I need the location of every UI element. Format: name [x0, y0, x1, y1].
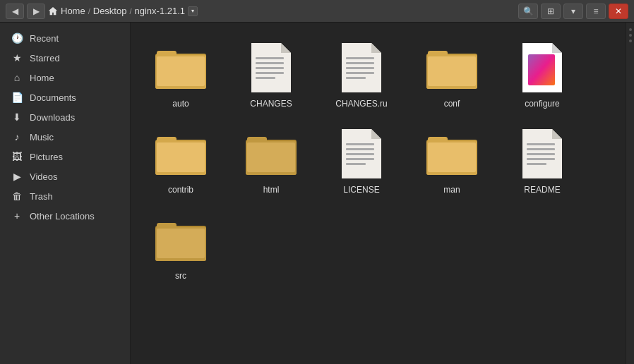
- sidebar-item-documents[interactable]: 📄 Documents: [0, 87, 130, 107]
- downloads-icon: ⬇: [11, 111, 23, 123]
- file-name-readme: README: [524, 185, 560, 195]
- file-grid: auto CHANGES: [142, 34, 614, 286]
- breadcrumb-desktop-label: Desktop: [93, 6, 127, 16]
- svg-rect-38: [346, 158, 374, 160]
- svg-rect-39: [346, 163, 366, 165]
- file-item-conf[interactable]: conf: [413, 34, 491, 114]
- pictures-icon: 🖼: [11, 151, 23, 162]
- file-item-configure[interactable]: configure: [503, 34, 581, 114]
- view-grid-icon: ⊞: [547, 6, 554, 16]
- doc-icon-readme: [522, 129, 562, 178]
- search-icon: 🔍: [523, 6, 534, 16]
- breadcrumb-desktop[interactable]: Desktop: [93, 6, 127, 16]
- right-panel: [626, 23, 634, 364]
- script-icon-configure: [522, 43, 562, 92]
- back-button[interactable]: ◀: [6, 4, 24, 19]
- svg-rect-24: [528, 54, 555, 85]
- right-panel-dot-3: [629, 40, 632, 42]
- file-name-contrib: contrib: [168, 185, 193, 195]
- file-icon-conf: [424, 40, 480, 96]
- view-dropdown-button[interactable]: ▾: [563, 4, 583, 19]
- breadcrumb-nginx[interactable]: nginx-1.21.1 ▾: [135, 6, 198, 16]
- breadcrumb-sep-1: /: [88, 7, 90, 16]
- file-icon-contrib: [152, 126, 209, 182]
- sidebar-label-documents: Documents: [30, 92, 76, 103]
- svg-rect-9: [256, 72, 284, 74]
- svg-rect-35: [346, 143, 374, 145]
- right-panel-dot-1: [629, 28, 632, 31]
- sidebar-item-videos[interactable]: ▶ Videos: [0, 166, 130, 186]
- sidebar: 🕐 Recent ★ Starred ⌂ Home 📄 Documents ⬇ …: [0, 23, 131, 364]
- svg-marker-34: [371, 129, 381, 139]
- file-item-man[interactable]: man: [413, 120, 491, 200]
- main-layout: 🕐 Recent ★ Starred ⌂ Home 📄 Documents ⬇ …: [0, 23, 634, 364]
- doc-icon-changes: [251, 43, 291, 92]
- breadcrumb-home[interactable]: Home: [48, 6, 85, 16]
- svg-rect-50: [527, 163, 546, 165]
- file-icon-auto: [152, 40, 209, 96]
- file-icon-man: [424, 126, 480, 182]
- close-icon: ✕: [615, 6, 622, 16]
- svg-rect-36: [346, 148, 374, 150]
- breadcrumb-sep-2: /: [129, 7, 131, 16]
- view-grid-button[interactable]: ⊞: [541, 4, 561, 19]
- sidebar-item-pictures[interactable]: 🖼 Pictures: [0, 147, 130, 166]
- svg-rect-49: [527, 158, 555, 160]
- folder-icon-contrib: [155, 133, 206, 175]
- recent-icon: 🕐: [11, 32, 23, 44]
- sidebar-label-other-locations: Other Locations: [30, 211, 95, 222]
- file-item-changes[interactable]: CHANGES: [232, 34, 310, 114]
- breadcrumb: Home / Desktop / nginx-1.21.1 ▾: [48, 6, 198, 16]
- breadcrumb-dropdown-button[interactable]: ▾: [188, 6, 198, 16]
- file-icon-configure: [514, 40, 570, 96]
- svg-rect-17: [346, 77, 366, 79]
- sidebar-item-home[interactable]: ⌂ Home: [0, 68, 130, 87]
- hamburger-icon: ≡: [593, 6, 598, 16]
- file-name-changes-ru: CHANGES.ru: [335, 99, 387, 109]
- chevron-down-icon: ▾: [571, 6, 575, 16]
- sidebar-item-trash[interactable]: 🗑 Trash: [0, 186, 130, 206]
- forward-button[interactable]: ▶: [27, 4, 45, 19]
- file-icon-license: [333, 126, 390, 182]
- file-icon-html: [243, 126, 299, 182]
- svg-rect-13: [346, 57, 374, 59]
- file-item-readme[interactable]: README: [503, 120, 581, 200]
- sidebar-item-recent[interactable]: 🕐 Recent: [0, 28, 130, 48]
- svg-rect-10: [256, 77, 275, 79]
- svg-rect-43: [428, 142, 476, 172]
- titlebar: ◀ ▶ Home / Desktop / nginx-1.21.1 ▾ 🔍: [0, 0, 634, 23]
- sidebar-label-starred: Starred: [30, 53, 60, 63]
- sidebar-item-other-locations[interactable]: + Other Locations: [0, 206, 130, 226]
- file-name-auto: auto: [172, 99, 189, 109]
- file-icon-src: [152, 212, 209, 268]
- file-name-man: man: [443, 185, 460, 195]
- file-item-changes-ru[interactable]: CHANGES.ru: [323, 34, 400, 114]
- sidebar-label-home: Home: [30, 73, 54, 83]
- svg-marker-5: [281, 43, 291, 53]
- close-button[interactable]: ✕: [609, 4, 628, 19]
- home-sidebar-icon: ⌂: [11, 72, 23, 83]
- titlebar-left: ◀ ▶ Home / Desktop / nginx-1.21.1 ▾: [6, 4, 198, 19]
- documents-icon: 📄: [11, 92, 23, 103]
- svg-rect-46: [527, 143, 555, 145]
- file-item-auto[interactable]: auto: [142, 34, 220, 114]
- search-button[interactable]: 🔍: [518, 4, 538, 19]
- titlebar-right: 🔍 ⊞ ▾ ≡ ✕: [518, 4, 628, 19]
- home-icon: [48, 6, 58, 16]
- breadcrumb-nginx-label: nginx-1.21.1: [135, 6, 186, 16]
- sidebar-label-videos: Videos: [30, 171, 58, 182]
- menu-button[interactable]: ≡: [586, 4, 606, 19]
- svg-rect-7: [256, 62, 284, 64]
- file-item-contrib[interactable]: contrib: [142, 120, 220, 200]
- svg-rect-3: [157, 56, 205, 86]
- sidebar-item-downloads[interactable]: ⬇ Downloads: [0, 107, 130, 127]
- file-item-license[interactable]: LICENSE: [323, 120, 400, 200]
- sidebar-item-music[interactable]: ♪ Music: [0, 127, 130, 147]
- folder-icon-html: [246, 133, 297, 175]
- svg-rect-54: [157, 229, 205, 258]
- file-item-src[interactable]: src: [142, 206, 220, 286]
- file-name-html: html: [263, 185, 280, 195]
- file-item-html[interactable]: html: [232, 120, 310, 200]
- folder-icon-man: [426, 133, 477, 175]
- sidebar-item-starred[interactable]: ★ Starred: [0, 48, 130, 68]
